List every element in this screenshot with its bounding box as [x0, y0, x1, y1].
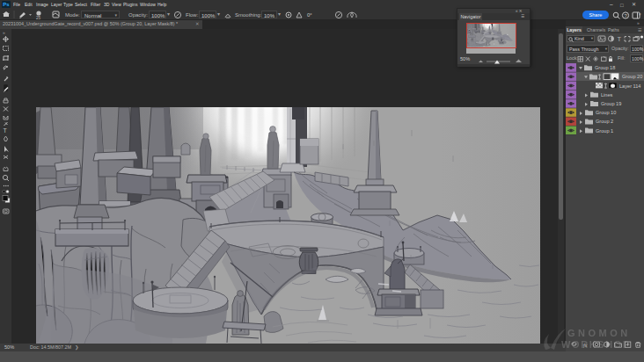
svg-text:Lines: Lines — [601, 91, 613, 97]
svg-text:Group 18: Group 18 — [595, 65, 615, 70]
svg-text:T: T — [4, 127, 8, 134]
svg-text:Group 19: Group 19 — [601, 101, 621, 106]
svg-text:Group 1: Group 1 — [596, 127, 613, 133]
svg-text:Group 2: Group 2 — [596, 119, 613, 124]
svg-text:T: T — [618, 35, 622, 43]
svg-text:Group 10: Group 10 — [596, 110, 616, 115]
svg-text:»: » — [3, 30, 5, 35]
svg-text:Group 20: Group 20 — [622, 74, 642, 79]
svg-text:Layer 114: Layer 114 — [619, 83, 640, 88]
